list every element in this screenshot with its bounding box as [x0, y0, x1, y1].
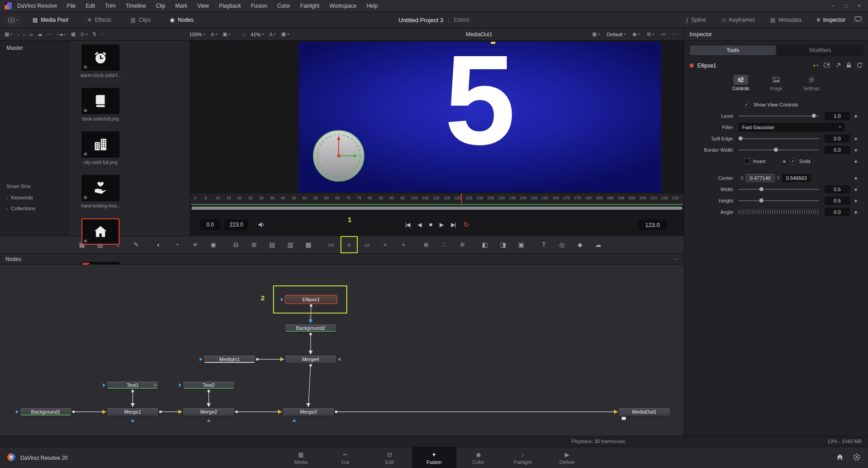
quick-export-button[interactable]: ▾	[5, 16, 21, 24]
reset-icon[interactable]	[857, 62, 863, 70]
page-deliver[interactable]: ▶Deliver	[545, 447, 590, 468]
width-keyframe[interactable]: ◆	[850, 187, 862, 192]
border-width-keyframe[interactable]: ◆	[850, 148, 862, 152]
sidebar-item-collections[interactable]: › Collections	[5, 203, 64, 214]
transport-play-reverse[interactable]: ◀	[417, 222, 421, 228]
page-fusion[interactable]: ✦Fusion	[412, 447, 456, 468]
border-width-slider[interactable]	[739, 150, 819, 150]
menu-view[interactable]: View	[197, 3, 209, 9]
tool-shape-3d[interactable]: ◎	[556, 239, 568, 251]
transport-play[interactable]: ▶	[440, 222, 443, 228]
transport-last-frame[interactable]: ▶|	[451, 222, 456, 228]
tool-merge[interactable]: ⊟	[230, 239, 242, 251]
tool-text-3d[interactable]: T	[538, 239, 550, 251]
app-logo-icon[interactable]	[5, 2, 12, 10]
sidebar-item-keywords[interactable]: › Keywords	[5, 192, 64, 203]
settings-gear-icon[interactable]	[853, 453, 861, 463]
transport-stop[interactable]: ■	[429, 222, 432, 228]
viewer-tool-thumb-size-slider[interactable]: ─●─	[57, 32, 67, 37]
subtab-image[interactable]: Image	[762, 75, 791, 91]
viewer-tool-zoom-left[interactable]: 100%▾	[189, 32, 205, 37]
node-mediaout1[interactable]: MediaOut1	[618, 407, 671, 416]
tool-merge-3d[interactable]: ◆	[574, 239, 586, 251]
transport-loop[interactable]: ↻	[463, 221, 469, 229]
show-view-controls-checkbox[interactable]: ✓	[744, 101, 750, 107]
viewer-tool-more-options-a[interactable]: ⋯	[47, 31, 52, 37]
menu-help[interactable]: Help	[366, 3, 378, 9]
solid-checkbox[interactable]: ✓	[790, 158, 796, 164]
menu-fusion[interactable]: Fusion	[251, 3, 267, 9]
soft-edge-slider[interactable]	[739, 138, 819, 139]
tool-paint[interactable]: ✎	[130, 239, 142, 251]
viewer-canvas[interactable]: 5	[299, 42, 661, 193]
angle-input[interactable]: 0.0	[825, 208, 850, 216]
filter-dropdown[interactable]: Fast Gaussian ▾	[739, 123, 844, 132]
collaboration-chat-icon[interactable]	[854, 16, 862, 24]
project-home-icon[interactable]	[836, 454, 844, 462]
page-edit[interactable]: ⊟Edit	[368, 447, 412, 468]
tool-renderer-3d[interactable]: ☁	[592, 239, 604, 251]
level-keyframe[interactable]: ◆	[850, 114, 862, 118]
center-x-input[interactable]: 0.477140	[746, 174, 775, 182]
viewer-tool-gain-right[interactable]: A▾	[269, 32, 276, 37]
tool-hue-curves[interactable]: ☀	[189, 239, 201, 251]
viewer-tool-gain-left[interactable]: A▾	[211, 32, 217, 37]
tool-dissolve[interactable]: ⊞	[248, 239, 260, 251]
viewer-tool-lut-select[interactable]: Default▾	[607, 31, 626, 37]
menu-clip[interactable]: Clip	[156, 3, 165, 9]
slider-handle[interactable]	[759, 198, 763, 203]
tool-glow[interactable]: ◉	[207, 239, 219, 251]
tool-planar-tracker[interactable]: ∴	[438, 239, 450, 251]
solid-keyframe[interactable]: ◆	[850, 159, 862, 164]
viewer-tool-more-options-b[interactable]: ⋯	[101, 31, 106, 37]
menu-playback[interactable]: Playback	[219, 3, 241, 9]
viewer-tool-relink[interactable]: ∞	[29, 32, 33, 37]
node-mediain1[interactable]: MediaIn1	[203, 355, 256, 364]
node-text1[interactable]: Text1◇	[106, 381, 159, 390]
page-color[interactable]: ◉Color	[456, 447, 501, 468]
node-merge1[interactable]: Merge1	[106, 407, 159, 416]
tool-p-render[interactable]: ▣	[515, 239, 527, 251]
playhead[interactable]	[461, 193, 462, 203]
node-text2[interactable]: Text2	[182, 381, 235, 390]
viewer-tool-split-wipe[interactable]: ▣▾	[592, 31, 599, 37]
minimize-button[interactable]: –	[831, 3, 834, 9]
angle-keyframe[interactable]: ◆	[850, 210, 862, 214]
level-slider[interactable]	[739, 116, 819, 116]
menu-timeline[interactable]: Timeline	[125, 3, 146, 9]
level-input[interactable]: 1.0	[825, 112, 850, 120]
viewer-source-label[interactable]: MediaOut1	[466, 28, 493, 41]
tool-color-corrector[interactable]: ◐	[153, 239, 165, 251]
width-input[interactable]: 0.5	[825, 185, 850, 193]
center-y-input[interactable]: 0.546563	[782, 174, 811, 182]
width-slider[interactable]	[739, 189, 819, 190]
menu-edit[interactable]: Edit	[86, 3, 95, 9]
panel-toggle-effects[interactable]: ※Effects	[87, 17, 111, 23]
height-keyframe[interactable]: ◆	[850, 198, 862, 203]
node-merge3[interactable]: Merge3	[282, 407, 335, 416]
nodes-panel-options[interactable]: ⋯	[673, 256, 678, 262]
page-media[interactable]: ▦Media	[279, 447, 323, 468]
close-button[interactable]: ×	[858, 3, 861, 9]
viewer-tool-stills[interactable]: □	[242, 32, 245, 37]
timeline-scrollbar[interactable]	[192, 207, 682, 210]
media-item-book-solid-full-png[interactable]: ▦book-solid-full.png	[72, 88, 129, 131]
panel-toggle-clips[interactable]: ▥Clips	[130, 17, 151, 23]
node-background2[interactable]: Background2	[284, 323, 337, 333]
invert-checkbox[interactable]	[744, 158, 750, 164]
border-width-input[interactable]: 0.0	[825, 146, 850, 154]
node-background1[interactable]: Background1	[19, 407, 72, 416]
viewer-tool-channel-right[interactable]: ▣▾	[281, 31, 289, 37]
viewer-tool-viewer-options[interactable]: ⋯	[672, 31, 677, 37]
viewer-tool-search[interactable]: ⊙▾	[80, 31, 87, 37]
menu-file[interactable]: File	[67, 3, 76, 9]
height-input[interactable]: 0.5	[825, 197, 850, 205]
viewer-tool-grid-overlay[interactable]: ⊞▾	[647, 31, 654, 37]
slider-handle[interactable]	[774, 148, 778, 152]
ellipse-mask-control[interactable]	[309, 126, 368, 185]
viewer-tool-zoom-right[interactable]: 41%▾	[251, 32, 264, 37]
tool-rectangle-mask[interactable]: ▭	[325, 239, 337, 251]
height-slider[interactable]	[739, 200, 819, 201]
menu-mark[interactable]: Mark	[175, 3, 187, 9]
menu-trim[interactable]: Trim	[105, 3, 116, 9]
